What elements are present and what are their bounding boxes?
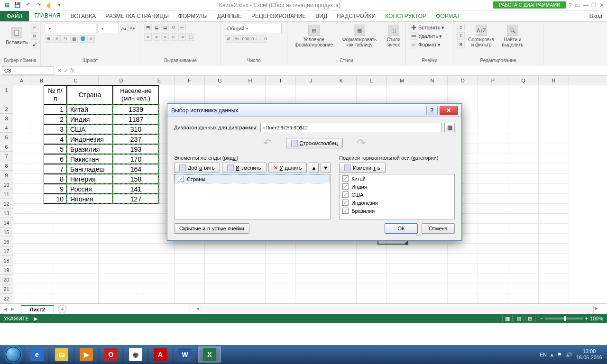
- italic-button[interactable]: К: [53, 35, 61, 43]
- align-bottom-icon[interactable]: ⬓: [161, 24, 169, 31]
- table-cell[interactable]: США: [67, 124, 113, 134]
- categories-list[interactable]: ✓Китай✓Индия✓США✓Индонезия✓Бразилия: [339, 174, 455, 219]
- table-cell[interactable]: 1339: [113, 104, 159, 114]
- taskbar-opera[interactable]: O: [100, 346, 122, 363]
- row-header[interactable]: 21: [0, 284, 13, 294]
- table-cell[interactable]: 237: [113, 134, 159, 144]
- tray-action-center-icon[interactable]: ⚑: [557, 352, 562, 358]
- table-cell[interactable]: Япония: [67, 194, 113, 204]
- series-item[interactable]: ✓ Страны: [175, 174, 330, 183]
- row-header[interactable]: 18: [0, 256, 13, 265]
- align-right-icon[interactable]: ≡: [161, 33, 169, 41]
- tab-data[interactable]: ДАННЫЕ: [212, 11, 247, 21]
- col-header[interactable]: R: [539, 76, 569, 85]
- format-cells[interactable]: ▭Формат ▾: [410, 41, 449, 48]
- indent-dec-icon[interactable]: ⇤: [170, 33, 177, 41]
- col-header[interactable]: G: [205, 76, 235, 85]
- maximize-icon[interactable]: ❐: [591, 2, 597, 9]
- col-header[interactable]: O: [448, 76, 478, 85]
- touch-icon[interactable]: ☝: [45, 1, 53, 9]
- series-list[interactable]: ✓ Страны: [174, 174, 331, 219]
- row-header[interactable]: 11: [0, 190, 13, 199]
- tray-show-hidden-icon[interactable]: ▴: [551, 352, 553, 358]
- cell-styles[interactable]: ◫Стили ячеек: [382, 24, 405, 48]
- add-series-button[interactable]: Добавить: [174, 163, 220, 173]
- sign-in[interactable]: Вход: [585, 11, 607, 21]
- row-header[interactable]: 5: [0, 133, 13, 142]
- row-header[interactable]: 9: [0, 171, 13, 180]
- tab-review[interactable]: РЕЦЕНЗИРОВАНИЕ: [247, 11, 311, 21]
- row-header[interactable]: 8: [0, 161, 13, 171]
- row-header[interactable]: 20: [0, 275, 13, 284]
- tab-file[interactable]: ФАЙЛ: [0, 11, 29, 21]
- table-cell[interactable]: 1: [44, 104, 67, 114]
- conditional-formatting[interactable]: ▤Условное форматирование: [291, 24, 337, 48]
- collapse-range-icon[interactable]: ▦: [444, 123, 455, 132]
- table-cell[interactable]: 6: [44, 154, 67, 164]
- taskbar-mediaplayer[interactable]: ▶: [75, 346, 98, 363]
- edit-categories-button[interactable]: Изменить: [339, 163, 386, 173]
- col-header[interactable]: C: [53, 76, 99, 85]
- category-checkbox[interactable]: ✓: [342, 183, 349, 190]
- table-cell[interactable]: 170: [113, 154, 159, 164]
- align-center-icon[interactable]: ≡: [153, 33, 160, 41]
- percent-icon[interactable]: %: [233, 35, 241, 43]
- table-cell[interactable]: 3: [44, 124, 67, 134]
- zoom-slider[interactable]: [545, 318, 583, 319]
- format-painter-icon[interactable]: 🖌: [31, 41, 38, 48]
- cancel-edit-icon[interactable]: ✕: [57, 67, 62, 74]
- tab-chartformat[interactable]: ФОРМАТ: [431, 11, 465, 21]
- table-cell[interactable]: 127: [113, 194, 159, 204]
- table-cell[interactable]: Россия: [67, 184, 113, 194]
- col-header[interactable]: N: [417, 76, 448, 85]
- comma-icon[interactable]: 000: [242, 35, 249, 43]
- table-cell[interactable]: 9: [44, 184, 67, 194]
- zoom-in-icon[interactable]: +: [585, 316, 588, 321]
- table-cell[interactable]: Бразилия: [67, 144, 113, 154]
- table-cell[interactable]: 5: [44, 144, 67, 154]
- table-cell[interactable]: 2: [44, 114, 67, 124]
- table-cell[interactable]: 8: [44, 174, 67, 184]
- row-header[interactable]: 13: [0, 209, 13, 218]
- row-header[interactable]: 7: [0, 152, 13, 161]
- grow-font-icon[interactable]: A▴: [120, 25, 128, 32]
- category-item[interactable]: ✓Индия: [340, 182, 454, 191]
- align-middle-icon[interactable]: ⬓: [153, 24, 160, 31]
- category-checkbox[interactable]: ✓: [342, 208, 349, 214]
- row-header[interactable]: 12: [0, 199, 13, 209]
- qat-dropdown-icon[interactable]: ▾: [55, 1, 64, 9]
- align-left-icon[interactable]: ≡: [144, 33, 152, 41]
- table-cell[interactable]: 1187: [113, 114, 159, 124]
- ok-button[interactable]: ОК: [385, 223, 418, 234]
- number-format[interactable]: Общий▾: [225, 24, 282, 33]
- currency-icon[interactable]: ₽: [225, 35, 232, 43]
- taskbar-acrobat[interactable]: A: [149, 346, 172, 363]
- cut-icon[interactable]: ✂: [31, 24, 38, 31]
- orientation-icon[interactable]: ↺: [170, 24, 177, 31]
- table-cell[interactable]: Бангладеш: [67, 164, 113, 174]
- fill-icon[interactable]: ↧: [457, 32, 465, 40]
- taskbar-explorer[interactable]: 🗂: [50, 346, 73, 363]
- clear-icon[interactable]: ✖: [457, 41, 465, 48]
- hidden-empty-button[interactable]: Скрытые и пустые ячейки: [174, 223, 249, 234]
- save-icon[interactable]: 💾: [13, 1, 22, 9]
- delete-cells[interactable]: ➖Удалить ▾: [410, 32, 449, 40]
- row-header[interactable]: 14: [0, 218, 13, 228]
- table-cell[interactable]: 4: [44, 134, 67, 144]
- shrink-font-icon[interactable]: A▾: [129, 25, 136, 32]
- row-header[interactable]: 6: [0, 142, 13, 152]
- name-box[interactable]: [2, 66, 54, 75]
- dec-decimal-icon[interactable]: ←.0: [259, 35, 267, 43]
- tab-home[interactable]: ГЛАВНАЯ: [29, 10, 65, 21]
- font-color-icon[interactable]: A: [87, 35, 95, 43]
- category-item[interactable]: ✓Индонезия: [340, 199, 454, 207]
- col-header[interactable]: K: [326, 76, 357, 85]
- taskbar-ie[interactable]: e: [26, 346, 48, 363]
- row-header[interactable]: 15: [0, 228, 13, 237]
- tab-addins[interactable]: НАДСТРОЙКИ: [332, 11, 380, 21]
- category-item[interactable]: ✓США: [340, 191, 454, 199]
- row-header[interactable]: 3: [0, 114, 13, 123]
- tab-chartdesign[interactable]: КОНСТРУКТОР: [380, 11, 431, 21]
- zoom-level[interactable]: 100%: [590, 316, 603, 321]
- horizontal-scrollbar[interactable]: [201, 306, 594, 312]
